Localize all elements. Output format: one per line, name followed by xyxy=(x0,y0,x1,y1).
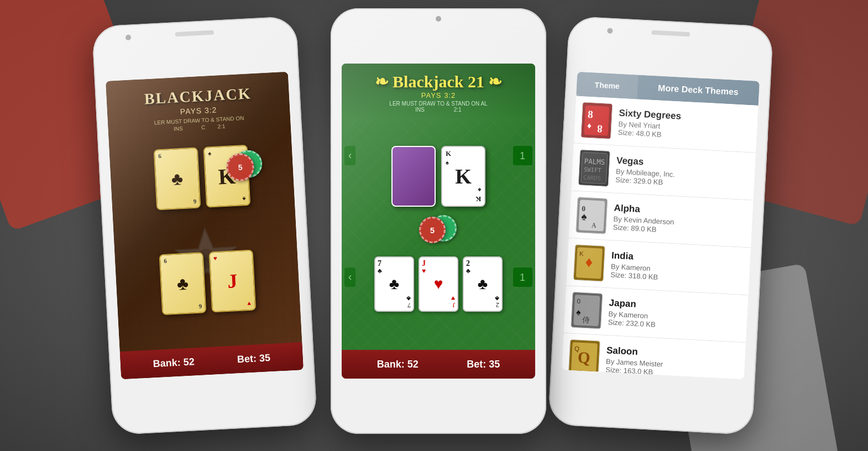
green-insurance: INS 2:1 xyxy=(347,107,530,113)
thumb-saloon: Q Q xyxy=(568,339,600,377)
phone-speaker-left xyxy=(175,30,214,37)
phone-speaker-right xyxy=(651,30,690,37)
western-title: BLACKJACK xyxy=(144,85,252,108)
western-bank-label: Bank: 52 xyxy=(153,356,195,370)
green-rules: LER MUST DRAW TO & STAND ON AL xyxy=(347,101,530,107)
item-info-japan: Japan By Kameron Size: 232.0 KB xyxy=(608,297,741,333)
player-cards-green: 7 ♣ ♣ 7♣ J ♥ ♥ J♥ xyxy=(374,256,503,312)
thumb-sixty-degrees: 8 ♦ 8 xyxy=(581,102,613,139)
svg-text:1: 1 xyxy=(520,150,525,161)
phone-left: BLACKJACK PAYS 3:2 LER MUST DRAW TO & ST… xyxy=(92,16,317,435)
thumb-japan: 0 ♠ 侍 xyxy=(571,292,603,329)
screen-green: ❧ Blackjack 21 ❧ PAYS 3:2 LER MUST DRAW … xyxy=(342,64,535,379)
camera-center xyxy=(436,16,441,22)
btn-vol-down-right[interactable] xyxy=(558,158,562,188)
item-info-vegas: Vegas By Mobileage, Inc. Size: 329.0 KB xyxy=(615,155,749,190)
deck-themes-list: 8 ♦ 8 Sixty Degrees By Neil Yriart Size:… xyxy=(562,96,759,380)
western-bet-label: Bet: 35 xyxy=(237,352,270,365)
thumb-alpha: 0 ♠ A xyxy=(576,197,608,234)
svg-text:1: 1 xyxy=(520,272,525,283)
player-area-green: ‹ 7 ♣ ♣ 7♣ J ♥ xyxy=(342,251,535,312)
screen-western: BLACKJACK PAYS 3:2 LER MUST DRAW TO & ST… xyxy=(106,72,304,380)
player-card-jh: J ♥ ♥ J♥ xyxy=(419,256,458,312)
green-pays: PAYS 3:2 xyxy=(347,91,530,99)
screen-list: Theme More Deck Themes 8 ♦ 8 xyxy=(562,72,760,380)
green-bank-label: Bank: 52 xyxy=(377,359,419,370)
green-title: ❧ Blackjack 21 ❧ xyxy=(347,72,530,91)
phone-center: ❧ Blackjack 21 ❧ PAYS 3:2 LER MUST DRAW … xyxy=(331,8,546,434)
player-card-2c: 2 ♣ ♣ 2♣ xyxy=(463,256,503,312)
svg-text:‹: ‹ xyxy=(348,149,352,161)
svg-text:Q: Q xyxy=(574,345,580,352)
tab-theme[interactable]: Theme xyxy=(576,72,638,99)
svg-text:0: 0 xyxy=(577,298,581,305)
dealer-cards-green: K♠ K K♠ xyxy=(342,135,535,207)
svg-text:8: 8 xyxy=(587,108,593,120)
svg-text:Q: Q xyxy=(577,348,590,366)
svg-text:♦: ♦ xyxy=(585,254,593,271)
btn-power-left[interactable] xyxy=(301,126,306,170)
btn-vol-mute-right[interactable] xyxy=(562,93,566,112)
btn-vol-up-center[interactable] xyxy=(331,113,331,144)
chip-red-center: 5 xyxy=(419,217,446,243)
western-bank-bar: Bank: 52 Bet: 35 xyxy=(120,342,304,379)
dealer-cards-western: ♣ 6 6 K ♠ ♠ 5 5 xyxy=(154,145,251,211)
svg-text:CARDS: CARDS xyxy=(583,174,601,182)
chips-green-area: 5 5 xyxy=(414,207,463,251)
item-info-india: India By Kameron Size: 318.0 KB xyxy=(610,250,744,285)
svg-text:A: A xyxy=(591,222,597,229)
green-bank-bar: Bank: 52 Bet: 35 xyxy=(342,350,535,379)
svg-text:PALMS: PALMS xyxy=(584,157,605,166)
thumb-india: ♦ K xyxy=(573,244,605,282)
svg-text:♠: ♠ xyxy=(576,307,581,317)
camera-right xyxy=(607,28,613,34)
card-face-down-green xyxy=(391,146,436,207)
btn-vol-up[interactable] xyxy=(95,132,100,162)
btn-power-right[interactable] xyxy=(765,137,770,181)
phone-right: Theme More Deck Themes 8 ♦ 8 xyxy=(548,16,773,435)
player-card-clubs-western: ♣ 6 6 xyxy=(159,252,207,315)
btn-vol-down-center[interactable] xyxy=(331,151,331,181)
svg-text:8: 8 xyxy=(597,123,603,134)
card-empty-western: ♣ 6 6 xyxy=(154,147,201,210)
btn-vol-mute-center[interactable] xyxy=(331,86,331,105)
chips-western: 5 5 xyxy=(226,150,260,179)
western-insurance: INS C 2:1 xyxy=(174,123,226,132)
nav-arrow-left[interactable]: ‹ xyxy=(344,146,355,167)
btn-vol-mute[interactable] xyxy=(93,104,97,123)
player-card-jack-western: J ♥ ♥ xyxy=(209,249,257,312)
svg-text:‹: ‹ xyxy=(348,270,352,282)
phones-wrapper: BLACKJACK PAYS 3:2 LER MUST DRAW TO & ST… xyxy=(0,0,868,451)
nav-arrow-player-right[interactable]: 1 xyxy=(513,268,532,289)
item-info-sixty: Sixty Degrees By Neil Yriart Size: 48.0 … xyxy=(618,107,751,143)
western-pays: PAYS 3:2 xyxy=(180,106,217,116)
nav-arrow-player-left[interactable]: ‹ xyxy=(344,268,355,289)
thumb-vegas: PALMS SWIFT CARDS xyxy=(578,149,610,187)
dealer-area-green: ‹ K♠ K K♠ xyxy=(342,118,535,207)
svg-text:♦: ♦ xyxy=(587,120,592,130)
svg-text:K: K xyxy=(579,250,584,257)
svg-text:♠: ♠ xyxy=(581,211,587,223)
btn-power-center[interactable] xyxy=(546,119,546,163)
green-header: ❧ Blackjack 21 ❧ PAYS 3:2 LER MUST DRAW … xyxy=(342,64,535,118)
camera-left xyxy=(126,35,132,41)
green-bet-label: Bet: 35 xyxy=(467,359,500,370)
card-king-green: K♠ K K♠ xyxy=(441,146,485,207)
btn-vol-down[interactable] xyxy=(97,169,101,200)
item-info-alpha: Alpha By Kevin Anderson Size: 89.0 KB xyxy=(613,202,746,238)
svg-text:SWIFT: SWIFT xyxy=(584,166,602,174)
player-card-7c: 7 ♣ ♣ 7♣ xyxy=(374,256,414,312)
nav-arrow-right[interactable]: 1 xyxy=(513,146,532,167)
svg-text:侍: 侍 xyxy=(582,316,590,324)
item-info-saloon: Saloon By James Meister Size: 163.0 KB xyxy=(605,345,739,380)
btn-vol-up-right[interactable] xyxy=(560,120,564,151)
